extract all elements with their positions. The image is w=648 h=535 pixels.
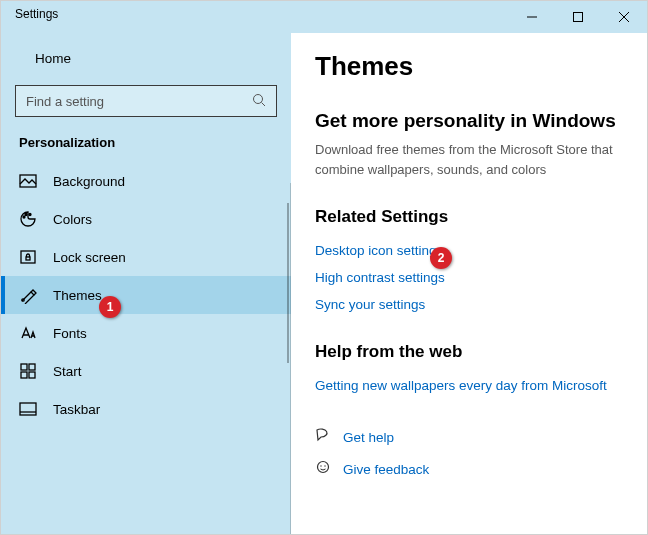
svg-rect-16 xyxy=(29,372,35,378)
link-sync-your-settings[interactable]: Sync your settings xyxy=(315,291,623,318)
sidebar-item-start[interactable]: Start xyxy=(1,352,291,390)
close-button[interactable] xyxy=(601,1,647,33)
search-placeholder: Find a setting xyxy=(26,94,104,109)
svg-point-9 xyxy=(29,214,31,216)
sidebar-item-colors[interactable]: Colors xyxy=(1,200,291,238)
give-feedback-link[interactable]: Give feedback xyxy=(315,453,623,485)
annotation-badge-2: 2 xyxy=(430,247,452,269)
background-icon xyxy=(19,172,37,190)
sidebar-item-themes[interactable]: Themes xyxy=(1,276,291,314)
svg-point-7 xyxy=(23,216,25,218)
help-icon xyxy=(315,427,331,447)
personality-subtext: Download free themes from the Microsoft … xyxy=(315,140,623,179)
svg-point-19 xyxy=(318,462,329,473)
lock-icon xyxy=(19,248,37,266)
themes-icon xyxy=(19,286,37,304)
svg-rect-13 xyxy=(21,364,27,370)
sidebar-item-label: Start xyxy=(53,364,82,379)
svg-rect-15 xyxy=(21,372,27,378)
search-input[interactable]: Find a setting xyxy=(15,85,277,117)
link-help-wallpapers[interactable]: Getting new wallpapers every day from Mi… xyxy=(315,372,623,399)
help-heading: Help from the web xyxy=(315,342,623,362)
svg-line-5 xyxy=(262,102,266,106)
sidebar-item-lock-screen[interactable]: Lock screen xyxy=(1,238,291,276)
svg-rect-11 xyxy=(26,257,30,260)
home-label: Home xyxy=(35,51,71,66)
page-title: Themes xyxy=(315,51,623,82)
svg-point-8 xyxy=(25,214,27,216)
link-high-contrast-settings[interactable]: High contrast settings xyxy=(315,264,623,291)
scrollbar[interactable] xyxy=(287,203,289,363)
titlebar: Settings xyxy=(1,1,647,33)
svg-rect-1 xyxy=(574,13,583,22)
svg-rect-17 xyxy=(20,403,36,415)
feedback-icon xyxy=(315,459,331,479)
personality-heading: Get more personality in Windows xyxy=(315,110,623,132)
main-content: Themes Get more personality in Windows D… xyxy=(291,33,647,534)
svg-point-20 xyxy=(320,465,321,466)
sidebar-item-taskbar[interactable]: Taskbar xyxy=(1,390,291,428)
taskbar-icon xyxy=(19,400,37,418)
sidebar-item-fonts[interactable]: Fonts xyxy=(1,314,291,352)
maximize-button[interactable] xyxy=(555,1,601,33)
divider xyxy=(290,183,291,534)
start-icon xyxy=(19,362,37,380)
svg-point-21 xyxy=(324,465,325,466)
search-icon xyxy=(252,93,266,110)
svg-rect-14 xyxy=(29,364,35,370)
annotation-badge-1: 1 xyxy=(99,296,121,318)
get-help-label: Get help xyxy=(343,430,394,445)
window-title: Settings xyxy=(15,7,58,21)
sidebar-item-label: Lock screen xyxy=(53,250,126,265)
sidebar: Home Find a setting Personalization Back… xyxy=(1,33,291,534)
sidebar-item-background[interactable]: Background xyxy=(1,162,291,200)
sidebar-item-label: Themes xyxy=(53,288,102,303)
section-label: Personalization xyxy=(1,131,291,162)
fonts-icon xyxy=(19,324,37,342)
get-help-link[interactable]: Get help xyxy=(315,421,623,453)
sidebar-item-label: Fonts xyxy=(53,326,87,341)
svg-point-4 xyxy=(254,94,263,103)
minimize-button[interactable] xyxy=(509,1,555,33)
related-settings-heading: Related Settings xyxy=(315,207,623,227)
sidebar-item-label: Taskbar xyxy=(53,402,100,417)
sidebar-item-label: Background xyxy=(53,174,125,189)
home-button[interactable]: Home xyxy=(1,39,291,77)
link-desktop-icon-settings[interactable]: Desktop icon settings xyxy=(315,237,623,264)
sidebar-item-label: Colors xyxy=(53,212,92,227)
colors-icon xyxy=(19,210,37,228)
give-feedback-label: Give feedback xyxy=(343,462,429,477)
